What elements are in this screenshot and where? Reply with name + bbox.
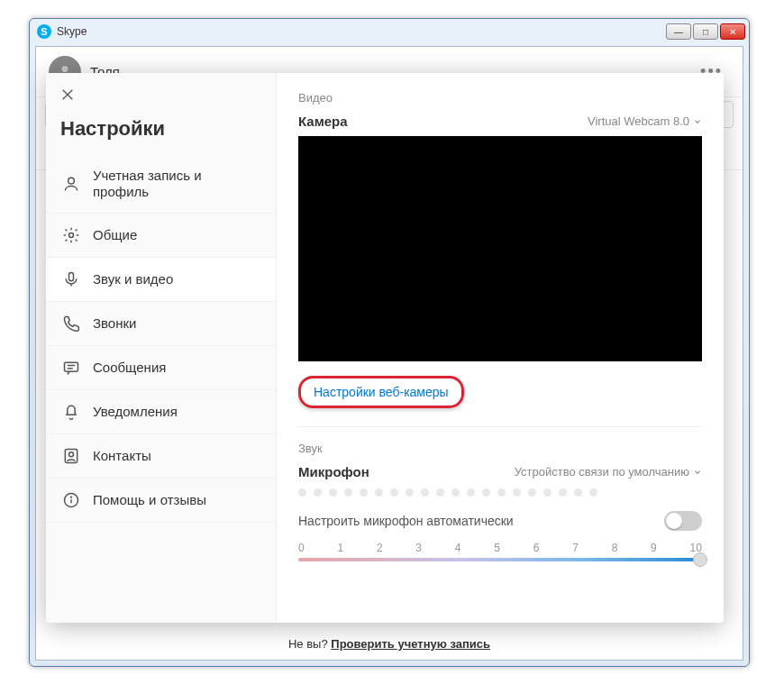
close-button[interactable]: ✕ bbox=[720, 23, 745, 40]
user-icon bbox=[62, 175, 80, 193]
chevron-down-icon bbox=[693, 117, 702, 126]
mic-selector[interactable]: Устройство связи по умолчанию bbox=[515, 465, 702, 479]
skype-logo-icon: S bbox=[37, 24, 51, 39]
window-title: Skype bbox=[57, 25, 666, 38]
settings-close-button[interactable] bbox=[60, 87, 75, 106]
mic-label: Микрофон bbox=[298, 464, 369, 479]
footer-hint: Не вы? Проверить учетную запись bbox=[36, 628, 743, 660]
bell-icon bbox=[62, 403, 80, 421]
nav-messages[interactable]: Сообщения bbox=[46, 346, 276, 390]
auto-mic-toggle[interactable] bbox=[664, 511, 702, 531]
svg-point-5 bbox=[68, 178, 75, 184]
video-section-label: Видео bbox=[298, 91, 702, 105]
settings-panel: Настройки Учетная запись и профиль Общие… bbox=[46, 73, 724, 623]
svg-point-6 bbox=[69, 233, 74, 238]
nav-help[interactable]: Помощь и отзывы bbox=[46, 479, 276, 523]
nav-calls[interactable]: Звонки bbox=[46, 302, 276, 346]
svg-point-0 bbox=[62, 66, 68, 72]
minimize-button[interactable]: ― bbox=[666, 23, 691, 40]
titlebar[interactable]: S Skype ― □ ✕ bbox=[30, 19, 749, 44]
nav-contacts[interactable]: Контакты bbox=[46, 434, 276, 479]
chevron-down-icon bbox=[693, 468, 702, 477]
svg-point-12 bbox=[69, 452, 74, 457]
info-icon bbox=[62, 491, 80, 509]
mic-icon bbox=[62, 270, 80, 288]
phone-icon bbox=[62, 315, 80, 333]
nav-account[interactable]: Учетная запись и профиль bbox=[46, 155, 276, 214]
divider bbox=[298, 426, 702, 427]
message-icon bbox=[62, 359, 80, 377]
mic-level-meter bbox=[298, 488, 702, 497]
nav-general[interactable]: Общие bbox=[46, 214, 276, 258]
audio-section-label: Звук bbox=[298, 442, 702, 455]
settings-nav: Настройки Учетная запись и профиль Общие… bbox=[46, 73, 277, 623]
gear-icon bbox=[62, 226, 80, 244]
close-icon bbox=[60, 87, 75, 102]
camera-selector[interactable]: Virtual Webcam 8.0 bbox=[588, 114, 702, 128]
camera-preview bbox=[298, 136, 702, 361]
maximize-button[interactable]: □ bbox=[693, 23, 718, 40]
svg-point-15 bbox=[71, 497, 72, 497]
app-window: S Skype ― □ ✕ Толя ••• П Чат Время bbox=[29, 18, 750, 667]
settings-title: Настройки bbox=[46, 110, 276, 155]
svg-rect-7 bbox=[69, 273, 74, 281]
nav-notifications[interactable]: Уведомления bbox=[46, 390, 276, 434]
settings-content: Видео Камера Virtual Webcam 8.0 Настройк… bbox=[277, 73, 724, 623]
auto-mic-label: Настроить микрофон автоматически bbox=[298, 514, 514, 528]
slider-track[interactable] bbox=[298, 558, 702, 561]
nav-audio-video[interactable]: Звук и видео bbox=[46, 258, 276, 302]
slider-ticks: 0 1 2 3 4 5 6 7 8 9 10 bbox=[298, 542, 702, 554]
svg-rect-8 bbox=[65, 362, 78, 371]
mic-volume-slider[interactable]: 0 1 2 3 4 5 6 7 8 9 10 bbox=[298, 542, 702, 561]
webcam-settings-link[interactable]: Настройки веб-камеры bbox=[298, 376, 464, 408]
verify-account-link[interactable]: Проверить учетную запись bbox=[331, 637, 490, 651]
slider-thumb[interactable] bbox=[693, 552, 707, 567]
contacts-icon bbox=[62, 447, 80, 465]
camera-label: Камера bbox=[298, 114, 348, 129]
